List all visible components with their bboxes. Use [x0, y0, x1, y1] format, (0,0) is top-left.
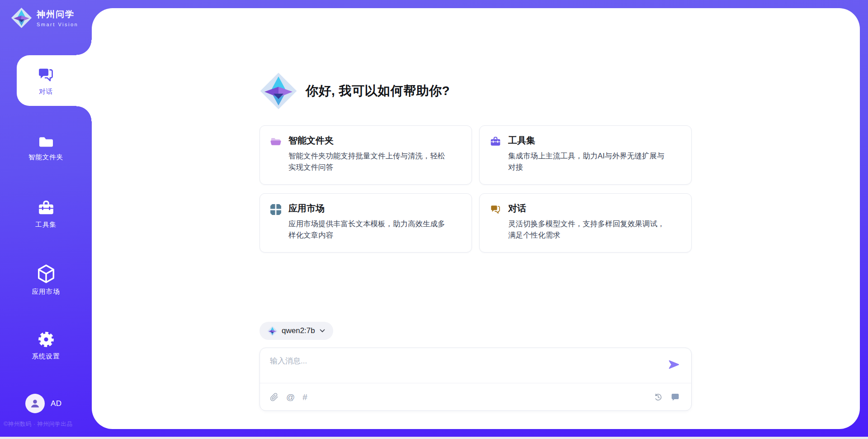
- active-tab-curve-bottom: [76, 106, 92, 121]
- brand-subtitle: Smart Vision: [37, 22, 78, 27]
- card-description: 智能文件夹功能支持批量文件上传与清洗，轻松实现文件问答: [288, 150, 448, 173]
- sidebar-item-label: 智能文件夹: [28, 153, 64, 162]
- active-tab-curve-top: [76, 40, 92, 55]
- window-bottom-strip: [0, 437, 868, 439]
- paperclip-icon: [270, 393, 278, 401]
- send-button[interactable]: [668, 358, 680, 371]
- card-chat[interactable]: 对话 灵活切换多模型文件，支持多样回复效果调试，满足个性化需求: [479, 193, 692, 253]
- attach-file-button[interactable]: [270, 393, 278, 401]
- message-composer: @ #: [259, 348, 692, 411]
- model-selector[interactable]: qwen2:7b: [259, 322, 333, 340]
- card-smart-folder[interactable]: 智能文件夹 智能文件夹功能支持批量文件上传与清洗，轻松实现文件问答: [259, 125, 472, 185]
- model-name: qwen2:7b: [282, 326, 315, 335]
- card-description: 应用市场提供丰富长文本模板，助力高效生成多样化文章内容: [288, 218, 448, 241]
- folder-icon: [36, 133, 56, 150]
- chevron-down-icon: [319, 328, 326, 334]
- greeting: 你好, 我可以如何帮助你?: [259, 72, 450, 110]
- toolbox-icon: [490, 136, 501, 148]
- chat-double-icon: [490, 204, 501, 215]
- sidebar-item-label: 工具集: [35, 220, 57, 229]
- message-input[interactable]: [270, 353, 660, 369]
- app-grid-icon: [270, 204, 282, 215]
- card-title: 智能文件夹: [288, 134, 448, 147]
- card-app-market[interactable]: 应用市场 应用市场提供丰富长文本模板，助力高效生成多样化文章内容: [259, 193, 472, 253]
- history-icon: [653, 392, 663, 402]
- gear-icon: [37, 330, 56, 349]
- sidebar-item-label: 系统设置: [32, 352, 60, 361]
- chat-bubble-icon: [670, 392, 680, 402]
- brand-name: 神州问学: [37, 9, 78, 20]
- toolbox-icon: [36, 199, 56, 217]
- sidebar-item-smart-folder[interactable]: 智能文件夹: [0, 130, 92, 164]
- user-account[interactable]: AD: [25, 394, 62, 413]
- sidebar-item-label: 对话: [39, 87, 53, 96]
- conversations-button[interactable]: [670, 392, 680, 402]
- chat-double-icon: [35, 66, 57, 84]
- composer-toolbar: @ #: [270, 383, 680, 410]
- sidebar-item-label: 应用市场: [32, 287, 60, 296]
- sidebar-item-toolset[interactable]: 工具集: [0, 197, 92, 231]
- sidebar: 神州问学 Smart Vision 对话 智能文件夹 工具集 应用市场 系统设置: [0, 0, 92, 439]
- feature-cards: 智能文件夹 智能文件夹功能支持批量文件上传与清洗，轻松实现文件问答 工具集 集成…: [259, 125, 692, 253]
- card-title: 对话: [508, 202, 667, 215]
- brand-diamond-icon: [11, 7, 32, 29]
- user-initials: AD: [51, 399, 62, 408]
- sidebar-item-chat[interactable]: 对话: [0, 55, 92, 106]
- greeting-text: 你好, 我可以如何帮助你?: [306, 82, 450, 100]
- cube-icon: [36, 263, 57, 284]
- sidebar-item-settings[interactable]: 系统设置: [0, 329, 92, 362]
- avatar: [25, 394, 45, 413]
- card-toolset[interactable]: 工具集 集成市场上主流工具，助力AI与外界无缝扩展与对接: [479, 125, 692, 185]
- card-description: 集成市场上主流工具，助力AI与外界无缝扩展与对接: [508, 150, 667, 173]
- app-logo: 神州问学 Smart Vision: [11, 7, 78, 29]
- brand-diamond-icon: [267, 326, 278, 336]
- main-content: 你好, 我可以如何帮助你? 智能文件夹 智能文件夹功能支持批量文件上传与清洗，轻…: [259, 8, 692, 429]
- card-description: 灵活切换多模型文件，支持多样回复效果调试，满足个性化需求: [508, 218, 667, 241]
- sidebar-item-app-market[interactable]: 应用市场: [0, 262, 92, 298]
- at-icon[interactable]: @: [286, 393, 295, 401]
- card-title: 应用市场: [288, 202, 448, 215]
- history-button[interactable]: [653, 392, 663, 402]
- hash-icon[interactable]: #: [302, 393, 307, 401]
- copyright-footer: ©神州数码 · 神州问学出品: [4, 420, 94, 428]
- send-icon: [668, 358, 680, 371]
- folder-open-icon: [270, 136, 282, 148]
- brand-diamond-icon: [259, 72, 297, 110]
- person-icon: [29, 398, 41, 409]
- main-panel: 你好, 我可以如何帮助你? 智能文件夹 智能文件夹功能支持批量文件上传与清洗，轻…: [92, 8, 860, 429]
- card-title: 工具集: [508, 134, 667, 147]
